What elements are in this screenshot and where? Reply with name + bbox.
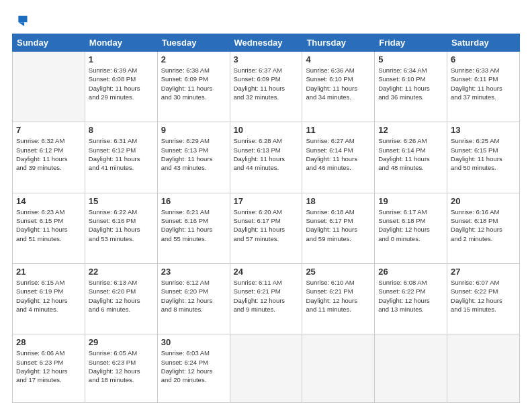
day-number: 16 bbox=[161, 196, 226, 206]
day-number: 14 bbox=[16, 196, 81, 206]
calendar-cell: 20Sunrise: 6:16 AM Sunset: 6:18 PM Dayli… bbox=[447, 193, 520, 263]
calendar-cell: 7Sunrise: 6:32 AM Sunset: 6:12 PM Daylig… bbox=[13, 122, 85, 193]
day-header-thursday: Thursday bbox=[302, 34, 375, 52]
day-info: Sunrise: 6:10 AM Sunset: 6:21 PM Dayligh… bbox=[306, 278, 371, 314]
day-number: 5 bbox=[378, 54, 443, 64]
day-info: Sunrise: 6:13 AM Sunset: 6:20 PM Dayligh… bbox=[89, 278, 154, 314]
day-number: 28 bbox=[16, 337, 81, 347]
header-row: SundayMondayTuesdayWednesdayThursdayFrid… bbox=[13, 34, 520, 52]
day-number: 24 bbox=[234, 267, 299, 277]
day-info: Sunrise: 6:37 AM Sunset: 6:09 PM Dayligh… bbox=[234, 66, 299, 101]
day-number: 19 bbox=[378, 196, 443, 206]
day-number: 30 bbox=[161, 337, 226, 347]
calendar-cell: 13Sunrise: 6:25 AM Sunset: 6:15 PM Dayli… bbox=[447, 122, 520, 193]
day-number: 11 bbox=[306, 125, 371, 135]
calendar-cell: 14Sunrise: 6:23 AM Sunset: 6:15 PM Dayli… bbox=[13, 193, 85, 263]
calendar-cell bbox=[375, 334, 447, 403]
calendar-cell: 26Sunrise: 6:08 AM Sunset: 6:22 PM Dayli… bbox=[375, 263, 447, 334]
calendar-cell: 9Sunrise: 6:29 AM Sunset: 6:13 PM Daylig… bbox=[157, 122, 230, 193]
calendar-cell: 1Sunrise: 6:39 AM Sunset: 6:08 PM Daylig… bbox=[85, 52, 157, 122]
day-number: 10 bbox=[234, 125, 299, 135]
calendar-cell: 19Sunrise: 6:17 AM Sunset: 6:18 PM Dayli… bbox=[375, 193, 447, 263]
day-number: 9 bbox=[161, 125, 226, 135]
day-info: Sunrise: 6:29 AM Sunset: 6:13 PM Dayligh… bbox=[161, 136, 226, 172]
day-number: 13 bbox=[451, 125, 516, 135]
calendar-cell bbox=[13, 52, 85, 122]
day-header-sunday: Sunday bbox=[13, 34, 85, 52]
day-number: 23 bbox=[161, 267, 226, 277]
svg-marker-0 bbox=[18, 16, 27, 23]
day-info: Sunrise: 6:05 AM Sunset: 6:23 PM Dayligh… bbox=[89, 349, 154, 384]
calendar-cell: 12Sunrise: 6:26 AM Sunset: 6:14 PM Dayli… bbox=[375, 122, 447, 193]
day-info: Sunrise: 6:36 AM Sunset: 6:10 PM Dayligh… bbox=[306, 66, 371, 101]
day-number: 1 bbox=[89, 54, 154, 64]
day-number: 26 bbox=[378, 267, 443, 277]
calendar-cell: 28Sunrise: 6:06 AM Sunset: 6:23 PM Dayli… bbox=[13, 334, 85, 403]
day-info: Sunrise: 6:39 AM Sunset: 6:08 PM Dayligh… bbox=[89, 66, 154, 101]
day-info: Sunrise: 6:22 AM Sunset: 6:16 PM Dayligh… bbox=[89, 208, 154, 243]
calendar-cell: 25Sunrise: 6:10 AM Sunset: 6:21 PM Dayli… bbox=[302, 263, 375, 334]
calendar-cell: 6Sunrise: 6:33 AM Sunset: 6:11 PM Daylig… bbox=[447, 52, 520, 122]
header bbox=[12, 11, 520, 28]
day-number: 6 bbox=[451, 54, 516, 64]
day-header-friday: Friday bbox=[375, 34, 447, 52]
day-number: 4 bbox=[306, 54, 371, 64]
day-header-saturday: Saturday bbox=[447, 34, 520, 52]
day-number: 25 bbox=[306, 267, 371, 277]
day-number: 21 bbox=[16, 267, 81, 277]
day-header-wednesday: Wednesday bbox=[230, 34, 302, 52]
calendar-cell: 11Sunrise: 6:27 AM Sunset: 6:14 PM Dayli… bbox=[302, 122, 375, 193]
day-number: 15 bbox=[89, 196, 154, 206]
calendar-cell: 2Sunrise: 6:38 AM Sunset: 6:09 PM Daylig… bbox=[157, 52, 230, 122]
day-info: Sunrise: 6:06 AM Sunset: 6:23 PM Dayligh… bbox=[16, 349, 81, 384]
calendar-cell: 10Sunrise: 6:28 AM Sunset: 6:13 PM Dayli… bbox=[230, 122, 302, 193]
day-info: Sunrise: 6:17 AM Sunset: 6:18 PM Dayligh… bbox=[378, 208, 443, 243]
day-info: Sunrise: 6:31 AM Sunset: 6:12 PM Dayligh… bbox=[89, 136, 154, 172]
day-info: Sunrise: 6:11 AM Sunset: 6:21 PM Dayligh… bbox=[234, 278, 299, 314]
day-number: 2 bbox=[161, 54, 226, 64]
day-info: Sunrise: 6:18 AM Sunset: 6:17 PM Dayligh… bbox=[306, 208, 371, 243]
calendar-cell bbox=[447, 334, 520, 403]
page: SundayMondayTuesdayWednesdayThursdayFrid… bbox=[0, 0, 532, 411]
day-header-monday: Monday bbox=[85, 34, 157, 52]
calendar-cell: 3Sunrise: 6:37 AM Sunset: 6:09 PM Daylig… bbox=[230, 52, 302, 122]
day-info: Sunrise: 6:32 AM Sunset: 6:12 PM Dayligh… bbox=[16, 136, 81, 172]
day-info: Sunrise: 6:34 AM Sunset: 6:10 PM Dayligh… bbox=[378, 66, 443, 101]
calendar-table: SundayMondayTuesdayWednesdayThursdayFrid… bbox=[12, 34, 520, 403]
logo-icon bbox=[13, 13, 28, 28]
day-number: 8 bbox=[89, 125, 154, 135]
calendar-cell: 5Sunrise: 6:34 AM Sunset: 6:10 PM Daylig… bbox=[375, 52, 447, 122]
day-info: Sunrise: 6:27 AM Sunset: 6:14 PM Dayligh… bbox=[306, 136, 371, 172]
day-info: Sunrise: 6:16 AM Sunset: 6:18 PM Dayligh… bbox=[451, 208, 516, 243]
day-info: Sunrise: 6:33 AM Sunset: 6:11 PM Dayligh… bbox=[451, 66, 516, 101]
day-number: 12 bbox=[378, 125, 443, 135]
day-number: 29 bbox=[89, 337, 154, 347]
calendar-cell: 30Sunrise: 6:03 AM Sunset: 6:24 PM Dayli… bbox=[157, 334, 230, 403]
day-info: Sunrise: 6:23 AM Sunset: 6:15 PM Dayligh… bbox=[16, 208, 81, 243]
calendar-cell: 4Sunrise: 6:36 AM Sunset: 6:10 PM Daylig… bbox=[302, 52, 375, 122]
calendar-cell: 17Sunrise: 6:20 AM Sunset: 6:17 PM Dayli… bbox=[230, 193, 302, 263]
day-number: 7 bbox=[16, 125, 81, 135]
day-info: Sunrise: 6:20 AM Sunset: 6:17 PM Dayligh… bbox=[234, 208, 299, 243]
calendar-cell: 8Sunrise: 6:31 AM Sunset: 6:12 PM Daylig… bbox=[85, 122, 157, 193]
day-info: Sunrise: 6:08 AM Sunset: 6:22 PM Dayligh… bbox=[378, 278, 443, 314]
day-number: 22 bbox=[89, 267, 154, 277]
day-info: Sunrise: 6:26 AM Sunset: 6:14 PM Dayligh… bbox=[378, 136, 443, 172]
day-number: 18 bbox=[306, 196, 371, 206]
day-info: Sunrise: 6:12 AM Sunset: 6:20 PM Dayligh… bbox=[161, 278, 226, 314]
day-info: Sunrise: 6:07 AM Sunset: 6:22 PM Dayligh… bbox=[451, 278, 516, 314]
day-number: 17 bbox=[234, 196, 299, 206]
day-header-tuesday: Tuesday bbox=[157, 34, 230, 52]
calendar-cell: 24Sunrise: 6:11 AM Sunset: 6:21 PM Dayli… bbox=[230, 263, 302, 334]
calendar-cell bbox=[230, 334, 302, 403]
day-info: Sunrise: 6:25 AM Sunset: 6:15 PM Dayligh… bbox=[451, 136, 516, 172]
calendar-cell: 23Sunrise: 6:12 AM Sunset: 6:20 PM Dayli… bbox=[157, 263, 230, 334]
day-info: Sunrise: 6:28 AM Sunset: 6:13 PM Dayligh… bbox=[234, 136, 299, 172]
calendar-cell: 27Sunrise: 6:07 AM Sunset: 6:22 PM Dayli… bbox=[447, 263, 520, 334]
day-number: 20 bbox=[451, 196, 516, 206]
svg-marker-1 bbox=[18, 22, 24, 26]
calendar-cell bbox=[302, 334, 375, 403]
calendar-cell: 16Sunrise: 6:21 AM Sunset: 6:16 PM Dayli… bbox=[157, 193, 230, 263]
day-info: Sunrise: 6:03 AM Sunset: 6:24 PM Dayligh… bbox=[161, 349, 226, 384]
day-number: 27 bbox=[451, 267, 516, 277]
